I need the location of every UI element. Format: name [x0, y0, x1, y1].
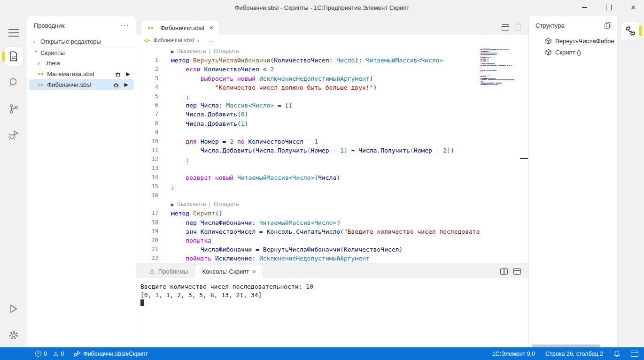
tab-fibonacci[interactable]: <> Фибоначчи.sbsl × — [142, 21, 219, 35]
breadcrumb-file[interactable]: Фибоначчи.sbsl — [153, 37, 194, 44]
activity-source-control[interactable] — [4, 100, 23, 118]
code-file-icon: <> — [147, 25, 154, 31]
chevron-down-icon[interactable]: › — [33, 50, 40, 57]
code-line: 8 Числа.Добавить(1) — [136, 119, 480, 128]
code-line: 6 пер Числа: Массив<Число> = [] — [136, 101, 480, 110]
title-bar: Фибоначчи.sbsl - Скрипты - 1С:Предприяти… — [0, 0, 644, 15]
code-line: 9 — [136, 128, 480, 137]
maximize-panel-icon[interactable] — [513, 268, 521, 275]
lens-run-link[interactable]: Выполнить — [177, 48, 206, 54]
code-line: 10 для Номер = 2 по КоличествоЧисел - 1 — [136, 137, 480, 146]
code-line: 22 поймать Исключение: ИсключениеНедопус… — [136, 254, 480, 263]
tab-console[interactable]: Консоль: Скрипт × — [195, 265, 262, 278]
structure-title: Структура — [535, 22, 565, 29]
code-line: 4 "Количество чисел должно быть больше д… — [136, 83, 480, 92]
structure-item[interactable]: Скрипт () — [529, 46, 617, 58]
tree-item-label: Фибоначчи.sbsl — [47, 81, 112, 88]
maximize-button[interactable] — [605, 3, 613, 12]
bell-icon — [613, 350, 621, 357]
open-preview-icon[interactable] — [515, 24, 521, 31]
activity-debug[interactable] — [4, 126, 23, 145]
tab-label: Фибоначчи.sbsl — [160, 24, 204, 31]
panel-tab-label: Консоль: Скрипт — [202, 268, 249, 275]
run-target-status[interactable]: Фибоначчи.sbsl#Скрипт — [73, 351, 148, 357]
panel-tab-label: Проблемы — [158, 268, 188, 275]
activity-bar: 1с — [0, 15, 27, 347]
explorer-title: Проводник — [34, 22, 64, 29]
tree-item-Фибоначчи.sbsl[interactable]: <>Фибоначчи.sbsl▶ — [29, 79, 134, 90]
tab-close-icon[interactable]: × — [209, 24, 213, 31]
tree-item-Скрипты[interactable]: ›Скрипты — [27, 47, 136, 58]
run-lens-icon[interactable]: ▶ — [171, 202, 174, 207]
line-number: 16 — [136, 191, 158, 200]
chevron-right-icon[interactable]: › — [33, 38, 40, 45]
language-mode[interactable]: 1С:Элемент 9.0 — [492, 351, 535, 357]
panel-tab-close-icon[interactable]: × — [252, 268, 256, 275]
line-number: 10 — [136, 137, 158, 146]
code-file-icon: <> — [144, 38, 150, 44]
notifications-button[interactable] — [613, 350, 621, 357]
code-lens: ▶Выполнить | Отладить — [136, 47, 480, 56]
tree-item-.theia[interactable]: ›.theia — [27, 58, 136, 69]
active-indicator — [2, 51, 5, 61]
tree-item-Открытые-редакторы[interactable]: ›Открытые редакторы — [27, 36, 136, 47]
structure-icon — [625, 25, 636, 37]
debug-icon — [8, 129, 20, 141]
run-file-icon[interactable]: ▶ — [126, 71, 130, 77]
line-number: 19 — [136, 227, 158, 236]
activity-settings[interactable] — [4, 326, 23, 345]
close-button[interactable]: × — [629, 3, 637, 12]
activity-run[interactable] — [4, 299, 23, 318]
console-output[interactable]: Введите количество чисел последовательно… — [136, 278, 528, 347]
code-file-icon: <> — [38, 71, 44, 77]
breadcrumb-more[interactable]: … — [208, 37, 214, 44]
app-window: Фибоначчи.sbsl - Скрипты - 1С:Предприяти… — [0, 0, 644, 360]
minimap[interactable] — [481, 48, 517, 85]
cursor-position[interactable]: Строка 26, столбец 2 — [545, 351, 603, 357]
window-title: Фибоначчи.sbsl - Скрипты - 1С:Предприяти… — [235, 4, 410, 11]
minimize-button[interactable] — [580, 3, 589, 12]
run-file-icon[interactable]: ▶ — [124, 82, 128, 88]
more-actions-icon[interactable]: ··· — [120, 21, 129, 30]
breadcrumb[interactable]: <> Фибоначчи.sbsl › … — [136, 35, 528, 46]
window-controls: × — [580, 0, 637, 15]
split-panel-icon[interactable] — [500, 268, 508, 275]
chevron-right-icon[interactable]: › — [38, 60, 45, 67]
structure-item[interactable]: ВернутьЧислаФибон — [529, 35, 617, 46]
run-all-icon — [8, 303, 20, 315]
line-number: 2 — [136, 65, 158, 74]
line-number: 11 — [136, 146, 158, 155]
file-1c-icon: 1с — [8, 51, 19, 62]
split-editor-icon[interactable] — [502, 24, 509, 31]
horizontal-scrollbar[interactable] — [532, 345, 600, 347]
lens-debug-link[interactable]: Отладить — [214, 201, 239, 207]
tree-item-Математика.sbsl[interactable]: <>Математика.sbsl▶ — [27, 69, 136, 79]
lens-debug-link[interactable]: Отладить — [214, 48, 239, 54]
activity-structure[interactable] — [621, 22, 640, 40]
gear-icon — [8, 329, 19, 341]
activity-search[interactable] — [4, 73, 23, 92]
console-cursor — [140, 299, 144, 306]
git-branch-icon — [8, 103, 19, 115]
line-number: 6 — [136, 101, 158, 110]
run-lens-icon[interactable]: ▶ — [171, 49, 174, 54]
line-number: 13 — [136, 164, 158, 173]
code-line: 20 попытка — [136, 236, 480, 245]
activity-explorer[interactable]: 1с — [4, 47, 23, 66]
layout-toggle-icon[interactable] — [631, 351, 638, 357]
debug-file-icon[interactable] — [115, 71, 121, 77]
panel-tab-bar: ⚠ Проблемы Консоль: Скрипт × — [136, 263, 528, 278]
menu-button[interactable] — [4, 23, 23, 42]
debug-file-icon[interactable] — [113, 82, 119, 88]
code-line: 17метод Скрипт() — [136, 209, 480, 218]
warnings-count: 0 — [61, 351, 64, 357]
collapse-all-icon[interactable] — [605, 22, 611, 29]
lens-run-link[interactable]: Выполнить — [177, 201, 206, 207]
code-editor[interactable]: ▶Выполнить | Отладить1метод ВернутьЧисла… — [136, 46, 528, 263]
code-line: 19 знч КоличествоЧисел = Консоль.Считать… — [136, 227, 480, 236]
overview-ruler-mark — [520, 158, 528, 159]
tab-problems[interactable]: ⚠ Проблемы — [143, 265, 194, 278]
code-line: 16 — [136, 191, 480, 200]
code-file-icon: <> — [38, 82, 44, 88]
problems-status[interactable]: × 0 ⚠ 0 — [35, 350, 64, 357]
